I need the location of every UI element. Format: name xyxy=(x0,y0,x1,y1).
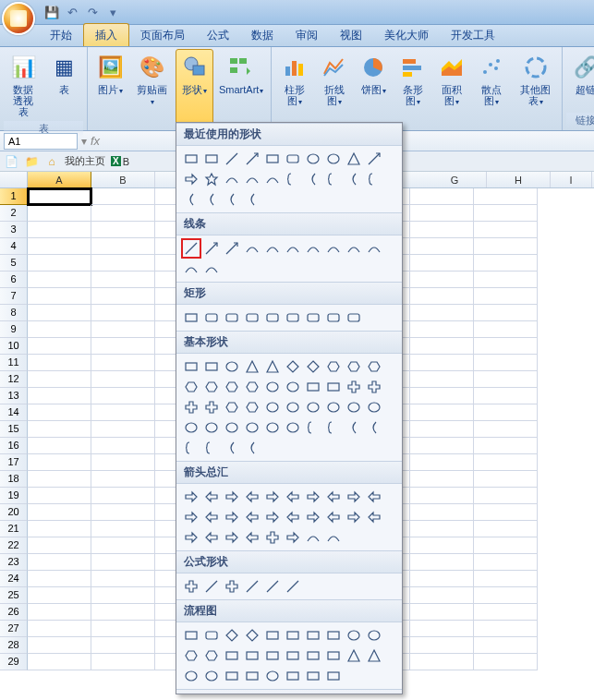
cell[interactable] xyxy=(91,305,155,321)
other-chart-button[interactable]: 其他图表 xyxy=(513,49,559,128)
shape-item[interactable] xyxy=(181,397,201,417)
cell[interactable] xyxy=(474,604,538,621)
cell[interactable] xyxy=(474,421,538,438)
shape-item[interactable] xyxy=(262,507,283,527)
shape-item[interactable] xyxy=(201,308,222,328)
col-header-G[interactable]: G xyxy=(423,172,487,187)
cell[interactable] xyxy=(474,338,538,355)
shape-item[interactable] xyxy=(303,666,323,686)
shape-item[interactable] xyxy=(242,487,262,507)
cell[interactable] xyxy=(410,305,474,321)
row-header[interactable]: 19 xyxy=(0,488,28,504)
cell[interactable] xyxy=(28,587,91,604)
shape-item[interactable] xyxy=(201,356,222,377)
line-chart-button[interactable]: 折线图 xyxy=(315,49,353,128)
shape-item[interactable] xyxy=(181,238,201,259)
cell[interactable] xyxy=(474,654,538,670)
shape-item[interactable] xyxy=(242,625,262,646)
shape-item[interactable] xyxy=(222,417,242,438)
cell[interactable] xyxy=(28,637,91,654)
shape-item[interactable] xyxy=(181,259,201,279)
cell[interactable] xyxy=(410,321,474,338)
col-header-H[interactable]: H xyxy=(487,172,551,187)
cell[interactable] xyxy=(410,604,474,621)
shape-item[interactable] xyxy=(242,527,262,548)
cell[interactable] xyxy=(474,621,538,637)
shape-item[interactable] xyxy=(262,308,283,328)
shape-item[interactable] xyxy=(262,576,283,597)
shape-item[interactable] xyxy=(222,149,242,169)
shape-item[interactable] xyxy=(283,149,303,169)
row-header[interactable]: 26 xyxy=(0,604,28,621)
cell[interactable] xyxy=(91,454,155,471)
workbook-tab[interactable]: X B xyxy=(111,156,129,167)
shape-item[interactable] xyxy=(181,625,201,646)
shape-item[interactable] xyxy=(201,377,222,397)
cell[interactable] xyxy=(91,338,155,355)
cell[interactable] xyxy=(28,654,91,670)
shape-item[interactable] xyxy=(201,238,222,259)
shape-item[interactable] xyxy=(201,576,222,597)
cell[interactable] xyxy=(28,238,91,255)
redo-icon[interactable]: ↷ xyxy=(85,5,100,19)
cell[interactable] xyxy=(28,371,91,388)
shape-item[interactable] xyxy=(364,397,384,417)
shape-item[interactable] xyxy=(303,238,323,259)
cell[interactable] xyxy=(28,488,91,504)
cell[interactable] xyxy=(410,404,474,421)
shape-item[interactable] xyxy=(222,576,242,597)
col-header-B[interactable]: B xyxy=(91,172,155,187)
shape-item[interactable] xyxy=(242,507,262,527)
cell[interactable] xyxy=(474,321,538,338)
shape-item[interactable] xyxy=(181,666,201,686)
shape-item[interactable] xyxy=(323,149,344,169)
cell[interactable] xyxy=(474,488,538,504)
cell[interactable] xyxy=(91,371,155,388)
cell[interactable] xyxy=(410,488,474,504)
shape-item[interactable] xyxy=(242,438,262,458)
cell[interactable] xyxy=(474,205,538,222)
row-header[interactable]: 14 xyxy=(0,404,28,421)
row-header[interactable]: 12 xyxy=(0,371,28,388)
cell[interactable] xyxy=(28,338,91,355)
cell[interactable] xyxy=(474,288,538,305)
shape-item[interactable] xyxy=(323,238,344,259)
shape-item[interactable] xyxy=(283,169,303,189)
col-header-I[interactable]: I xyxy=(551,172,592,187)
cell[interactable] xyxy=(28,571,91,587)
name-box[interactable]: A1 xyxy=(4,133,78,150)
shape-item[interactable] xyxy=(181,169,201,189)
cell[interactable] xyxy=(28,504,91,521)
row-header[interactable]: 18 xyxy=(0,471,28,488)
row-header[interactable]: 29 xyxy=(0,654,28,670)
shape-item[interactable] xyxy=(303,487,323,507)
cell[interactable] xyxy=(91,188,155,205)
shape-item[interactable] xyxy=(323,356,344,377)
shape-item[interactable] xyxy=(344,377,364,397)
cell[interactable] xyxy=(410,621,474,637)
shape-item[interactable] xyxy=(262,417,283,438)
cell[interactable] xyxy=(474,355,538,371)
shape-item[interactable] xyxy=(283,397,303,417)
cell[interactable] xyxy=(91,521,155,537)
tab-data[interactable]: 数据 xyxy=(240,24,285,46)
shape-item[interactable] xyxy=(364,169,384,189)
shape-item[interactable] xyxy=(283,238,303,259)
shape-item[interactable] xyxy=(323,487,344,507)
cell[interactable] xyxy=(91,288,155,305)
shape-item[interactable] xyxy=(262,356,283,377)
cell[interactable] xyxy=(410,188,474,205)
cell[interactable] xyxy=(410,554,474,571)
row-header[interactable]: 23 xyxy=(0,554,28,571)
shape-item[interactable] xyxy=(181,417,201,438)
shape-item[interactable] xyxy=(283,356,303,377)
shape-item[interactable] xyxy=(283,527,303,548)
open-folder-icon[interactable]: 📁 xyxy=(24,154,39,169)
cell[interactable] xyxy=(474,587,538,604)
shape-item[interactable] xyxy=(262,666,283,686)
shape-item[interactable] xyxy=(344,646,364,666)
shape-item[interactable] xyxy=(222,397,242,417)
tab-home[interactable]: 开始 xyxy=(39,24,83,46)
shape-item[interactable] xyxy=(303,417,323,438)
shape-item[interactable] xyxy=(323,666,344,686)
